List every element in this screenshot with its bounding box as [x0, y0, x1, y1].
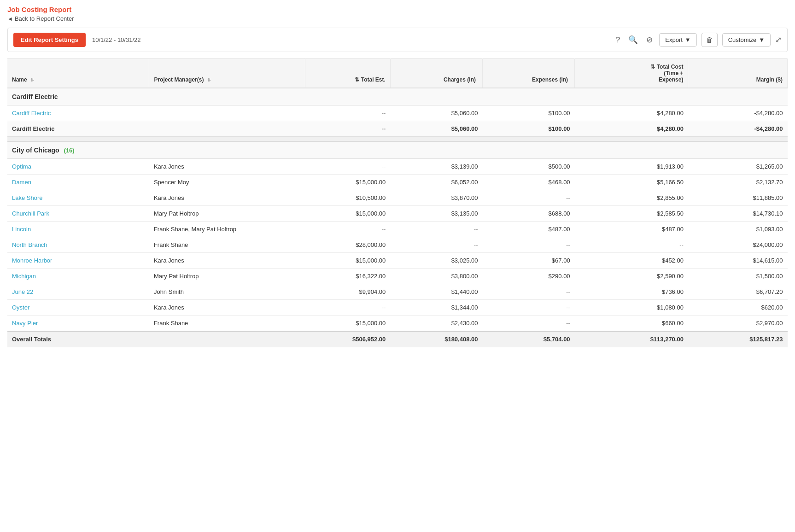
subtotal-cell: Cardiff Electric [7, 121, 149, 137]
trash-button[interactable]: 🗑 [701, 33, 718, 47]
col-charges[interactable]: Charges (In) [390, 59, 482, 88]
expenses_in-cell: $468.00 [482, 175, 574, 190]
toolbar-icons: ? 🔍 ⊘ Export ▼ 🗑 Customize ▼ ⤢ [614, 33, 782, 47]
group-name: Cardiff Electric [12, 93, 58, 100]
subtotal-cell: $100.00 [482, 121, 574, 137]
subtotal-cell [149, 121, 305, 137]
expand-button[interactable]: ⤢ [775, 35, 782, 45]
total_est-cell: $15,000.00 [305, 206, 391, 222]
project-link[interactable]: Michigan [12, 273, 36, 280]
dash-value: -- [474, 241, 478, 248]
expenses_in-cell: $487.00 [482, 222, 574, 237]
pm-cell: Spencer Moy [149, 175, 305, 190]
total_est-cell: $15,000.00 [305, 253, 391, 269]
dash-value: -- [382, 163, 386, 170]
back-label: Back to Report Center [15, 15, 74, 22]
search-icon: 🔍 [628, 35, 638, 44]
subtotal-cell: $4,280.00 [575, 121, 688, 137]
project-link[interactable]: Churchill Park [12, 210, 49, 217]
project-link[interactable]: Lincoln [12, 226, 31, 233]
table-row: OysterKara Jones--$1,344.00--$1,080.00$6… [7, 300, 788, 316]
project-link[interactable]: North Branch [12, 241, 47, 248]
total_cost-cell: $452.00 [575, 253, 688, 269]
back-chevron-icon: ◄ [7, 16, 13, 22]
dash-value: -- [382, 304, 386, 311]
page-title: Job Costing Report [7, 6, 788, 13]
overall-totals-row: Overall Totals$506,952.00$180,408.00$5,7… [7, 331, 788, 347]
total_cost-cell: $1,080.00 [575, 300, 688, 316]
subtotal-cell: -$4,280.00 [688, 121, 788, 137]
col-name[interactable]: Name ⇅ [7, 59, 149, 88]
table-header-row: Name ⇅ Project Manager(s) ⇅ ⇅ Total Est.… [7, 59, 788, 88]
section-spacer [7, 137, 788, 141]
expenses_in-cell: $67.00 [482, 253, 574, 269]
project-link[interactable]: Monroe Harbor [12, 257, 52, 264]
dash-value: -- [382, 226, 386, 233]
project-link[interactable]: June 22 [12, 288, 33, 295]
dash-value: -- [566, 194, 570, 201]
col-margin[interactable]: Margin ($) [688, 59, 788, 88]
project-link[interactable]: Oyster [12, 304, 29, 311]
charges_in-cell: $3,870.00 [390, 190, 482, 206]
col-expenses[interactable]: Expenses (In) [482, 59, 574, 88]
project-link[interactable]: Optima [12, 163, 31, 170]
col-pm[interactable]: Project Manager(s) ⇅ [149, 59, 305, 88]
search-icon-button[interactable]: 🔍 [626, 34, 640, 46]
overall-total-cell [149, 331, 305, 347]
subtotal-cell: -- [305, 121, 391, 137]
total_cost-cell: $2,585.50 [575, 206, 688, 222]
overall-total-cell: $125,817.23 [688, 331, 788, 347]
group-header-row: City of Chicago (16) [7, 141, 788, 159]
expenses_in-cell: $290.00 [482, 269, 574, 284]
sort-icon-total-est: ⇅ [355, 76, 359, 83]
project-link[interactable]: Cardiff Electric [12, 110, 51, 117]
total_est-cell: $15,000.00 [305, 316, 391, 332]
charges_in-cell: $3,025.00 [390, 253, 482, 269]
pm-cell [149, 105, 305, 121]
overall-total-cell: $180,408.00 [390, 331, 482, 347]
margin-cell: $1,093.00 [688, 222, 788, 237]
overall-total-cell: $113,270.00 [575, 331, 688, 347]
expand-icon: ⤢ [775, 35, 782, 44]
customize-button[interactable]: Customize ▼ [722, 33, 771, 47]
charges_in-cell: $6,052.00 [390, 175, 482, 190]
pm-cell: Frank Shane [149, 237, 305, 253]
project-link[interactable]: Damen [12, 179, 31, 186]
table-row: June 22John Smith$9,904.00$1,440.00--$73… [7, 284, 788, 300]
dash-value: -- [566, 241, 570, 248]
back-link[interactable]: ◄ Back to Report Center [7, 15, 788, 22]
dash-value: -- [679, 241, 684, 248]
group-name: City of Chicago [12, 146, 59, 154]
total_cost-cell: $736.00 [575, 284, 688, 300]
col-total-cost[interactable]: ⇅ Total Cost(Time +Expense) [575, 59, 688, 88]
dash-value: -- [566, 288, 570, 295]
table-row: Lake ShoreKara Jones$10,500.00$3,870.00-… [7, 190, 788, 206]
customize-label: Customize [728, 36, 756, 43]
project-link[interactable]: Lake Shore [12, 194, 43, 201]
table-row: North BranchFrank Shane$28,000.00------$… [7, 237, 788, 253]
export-label: Export [665, 36, 683, 43]
charges_in-cell: $3,139.00 [390, 159, 482, 175]
charges_in-cell: $3,800.00 [390, 269, 482, 284]
margin-cell: $1,500.00 [688, 269, 788, 284]
table-row: Monroe HarborKara Jones$15,000.00$3,025.… [7, 253, 788, 269]
overall-total-cell: $5,704.00 [482, 331, 574, 347]
total_cost-cell: $2,855.00 [575, 190, 688, 206]
margin-cell: $14,730.10 [688, 206, 788, 222]
pm-cell: Kara Jones [149, 253, 305, 269]
edit-report-settings-button[interactable]: Edit Report Settings [13, 33, 86, 47]
total_cost-cell: $1,913.00 [575, 159, 688, 175]
pm-cell: Kara Jones [149, 300, 305, 316]
help-icon-button[interactable]: ? [614, 35, 622, 46]
total_est-cell: $9,904.00 [305, 284, 391, 300]
help-icon: ? [616, 35, 620, 44]
col-total-est[interactable]: ⇅ Total Est. [305, 59, 391, 88]
subtotal-cell: $5,060.00 [390, 121, 482, 137]
project-link[interactable]: Navy Pier [12, 320, 38, 327]
margin-cell: $620.00 [688, 300, 788, 316]
dash-value: -- [566, 320, 570, 327]
filter-icon-button[interactable]: ⊘ [644, 34, 655, 46]
total_cost-cell: $4,280.00 [575, 105, 688, 121]
export-button[interactable]: Export ▼ [659, 33, 696, 47]
charges_in-cell: $1,440.00 [390, 284, 482, 300]
